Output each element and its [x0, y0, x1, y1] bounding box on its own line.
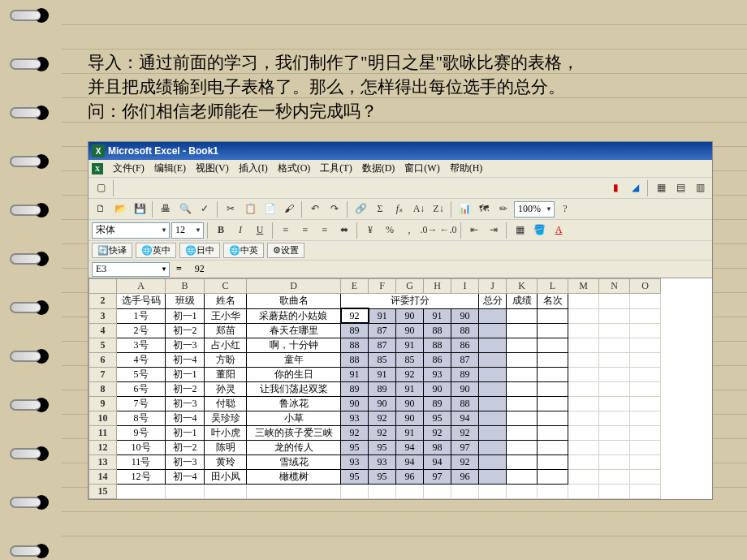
data-cell[interactable]: 10号 — [117, 440, 166, 454]
column-header[interactable]: H — [424, 279, 451, 294]
format-painter-icon[interactable]: 🖌 — [280, 200, 298, 218]
score-cell[interactable]: 86 — [424, 352, 451, 367]
score-cell[interactable]: 92 — [451, 425, 479, 440]
score-cell[interactable]: 89 — [451, 367, 479, 381]
total-cell[interactable] — [479, 323, 507, 338]
print-icon[interactable]: 🖶 — [157, 200, 175, 218]
chart-icon[interactable]: ▮ — [607, 179, 624, 197]
underline-icon[interactable]: U — [251, 222, 269, 239]
align-center-icon[interactable]: ≡ — [296, 222, 314, 239]
column-header[interactable]: M — [568, 279, 599, 294]
score-cell[interactable]: 90 — [396, 323, 424, 338]
data-cell[interactable]: 孙灵 — [205, 381, 247, 396]
score-cell[interactable]: 87 — [451, 352, 479, 367]
tb-placeholder[interactable]: ▢ — [92, 179, 110, 197]
data-cell[interactable]: 初一3 — [166, 454, 205, 469]
score-cell[interactable]: 89 — [341, 381, 369, 396]
data-cell[interactable]: 啊，十分钟 — [247, 338, 341, 352]
score-cell[interactable]: 95 — [341, 440, 369, 454]
menu-item[interactable]: 插入(I) — [234, 161, 273, 175]
header-cell[interactable]: 歌曲名 — [247, 294, 341, 309]
data-cell[interactable]: 9号 — [117, 425, 166, 440]
data-cell[interactable]: 1号 — [117, 308, 166, 323]
score-cell[interactable]: 89 — [341, 323, 369, 338]
row-header[interactable]: 7 — [89, 367, 117, 381]
total-cell[interactable] — [479, 411, 507, 425]
data-cell[interactable]: 2号 — [117, 323, 166, 338]
total-cell[interactable] — [479, 396, 507, 411]
score-cell[interactable]: 96 — [396, 469, 424, 484]
sort-asc-icon[interactable]: A↓ — [410, 200, 428, 218]
score-cell[interactable]: 95 — [369, 469, 396, 484]
map-icon[interactable]: 🗺 — [475, 200, 493, 218]
total-cell[interactable] — [479, 367, 507, 381]
score-cell[interactable]: 89 — [424, 396, 451, 411]
header-cell[interactable]: 成绩 — [507, 294, 538, 309]
zoom-combo[interactable]: 100% — [514, 201, 555, 218]
row-header[interactable]: 10 — [89, 411, 117, 425]
score-cell[interactable]: 88 — [451, 396, 479, 411]
row-header[interactable]: 9 — [89, 396, 117, 411]
data-cell[interactable]: 初一1 — [166, 308, 205, 323]
row-header[interactable]: 5 — [89, 338, 117, 352]
save-icon[interactable]: 💾 — [131, 200, 149, 218]
header-cell[interactable]: 选手号码 — [117, 294, 166, 309]
score-cell[interactable]: 92 — [341, 308, 369, 323]
paste-icon[interactable]: 📄 — [261, 200, 279, 218]
row-header[interactable]: 3 — [89, 308, 117, 323]
sum-icon[interactable]: Σ — [371, 200, 389, 218]
copy-icon[interactable]: 📋 — [241, 200, 259, 218]
column-header[interactable]: O — [630, 279, 661, 294]
menu-item[interactable]: 帮助(H) — [445, 161, 488, 175]
score-cell[interactable]: 88 — [341, 338, 369, 352]
open-icon[interactable]: 📂 — [111, 200, 129, 218]
data-cell[interactable]: 7号 — [117, 396, 166, 411]
score-cell[interactable]: 85 — [369, 352, 396, 367]
column-header[interactable]: F — [369, 279, 396, 294]
data-cell[interactable]: 初一2 — [166, 440, 205, 454]
score-cell[interactable]: 86 — [451, 338, 479, 352]
header-cell[interactable]: 名次 — [538, 294, 568, 309]
score-cell[interactable]: 91 — [424, 308, 451, 323]
score-cell[interactable]: 97 — [424, 469, 451, 484]
preview-icon[interactable]: 🔍 — [176, 200, 194, 218]
data-cell[interactable]: 初一1 — [166, 367, 205, 381]
total-cell[interactable] — [479, 425, 507, 440]
help-icon[interactable]: ? — [556, 200, 574, 218]
score-cell[interactable]: 91 — [396, 381, 424, 396]
header-cell[interactable]: 姓名 — [205, 294, 247, 309]
total-cell[interactable] — [479, 352, 507, 367]
data-cell[interactable]: 5号 — [117, 367, 166, 381]
score-cell[interactable]: 92 — [451, 454, 479, 469]
data-cell[interactable]: 8号 — [117, 411, 166, 425]
column-header[interactable]: N — [599, 279, 630, 294]
column-header[interactable]: D — [247, 279, 341, 294]
score-cell[interactable]: 92 — [396, 367, 424, 381]
score-cell[interactable]: 85 — [396, 352, 424, 367]
data-cell[interactable]: 初一4 — [166, 411, 205, 425]
score-cell[interactable]: 90 — [396, 308, 424, 323]
column-header[interactable]: A — [117, 279, 166, 294]
score-cell[interactable]: 88 — [451, 323, 479, 338]
data-cell[interactable]: 12号 — [117, 469, 166, 484]
inc-indent-icon[interactable]: ⇥ — [485, 222, 503, 239]
data-cell[interactable]: 你的生日 — [247, 367, 341, 381]
font-size-combo[interactable]: 12 — [171, 222, 204, 239]
data-cell[interactable]: 陈明 — [205, 440, 247, 454]
header-cell[interactable]: 班级 — [166, 294, 205, 309]
fill-color-icon[interactable]: 🪣 — [530, 222, 548, 239]
row-header[interactable]: 8 — [89, 381, 117, 396]
redo-icon[interactable]: ↷ — [326, 200, 343, 218]
header-cell[interactable]: 评委打分 — [341, 294, 479, 309]
data-cell[interactable]: 采蘑菇的小姑娘 — [247, 308, 341, 323]
chart-wizard-icon[interactable]: 📊 — [456, 200, 473, 218]
score-cell[interactable]: 97 — [451, 440, 479, 454]
score-cell[interactable]: 95 — [341, 469, 369, 484]
menu-item[interactable]: 窗口(W) — [399, 161, 444, 175]
menu-item[interactable]: 数据(D) — [357, 161, 400, 175]
data-cell[interactable]: 6号 — [117, 381, 166, 396]
italic-icon[interactable]: I — [231, 222, 249, 239]
data-cell[interactable]: 初一4 — [166, 469, 205, 484]
currency-icon[interactable]: ¥ — [361, 222, 379, 239]
formula-value[interactable]: 92 — [188, 263, 205, 275]
